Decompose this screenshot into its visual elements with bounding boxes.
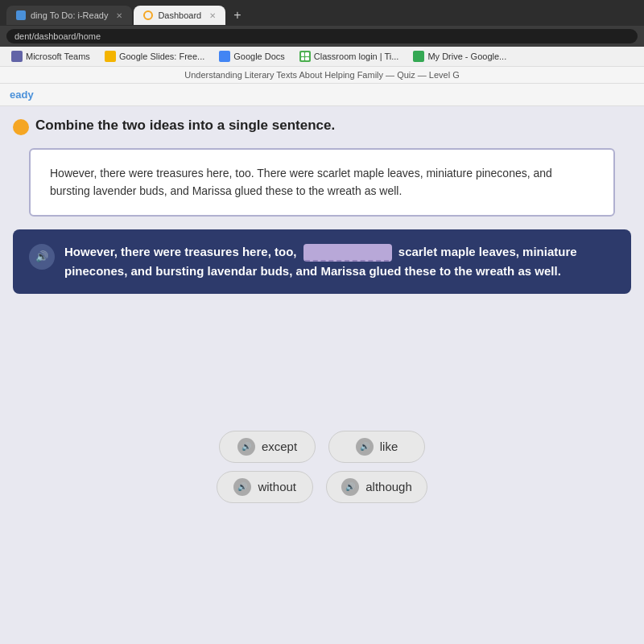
answer-speaker-button[interactable]: 🔊 <box>29 244 55 270</box>
choice-without-label: without <box>258 480 296 493</box>
question-header: Combine the two ideas into a single sent… <box>13 118 631 135</box>
quiz-title: Understanding Literary Texts About Helpi… <box>184 70 460 80</box>
choice-like[interactable]: 🔊 like <box>328 431 425 463</box>
although-speaker-icon: 🔊 <box>345 482 355 491</box>
question-indicator <box>13 119 29 135</box>
except-speaker: 🔊 <box>237 438 255 456</box>
choice-like-label: like <box>380 440 398 453</box>
tab-ready-label: ding To Do: i-Ready <box>31 10 108 20</box>
address-bar-row: dent/dashboard/home <box>0 26 644 47</box>
choice-except-label: except <box>262 440 297 453</box>
choice-without[interactable]: 🔊 without <box>217 471 313 503</box>
tab-dashboard-close[interactable]: ✕ <box>209 11 216 20</box>
answer-box: 🔊 However, there were treasures here, to… <box>13 229 631 294</box>
tab-icon-ready <box>16 10 26 20</box>
choice-except[interactable]: 🔊 except <box>219 431 316 463</box>
without-speaker: 🔊 <box>233 478 251 496</box>
address-text: dent/dashboard/home <box>14 31 101 41</box>
answer-prefix: However, there were treasures here, too, <box>64 245 296 258</box>
although-speaker: 🔊 <box>341 478 359 496</box>
bookmark-slides-label: Google Slides: Free... <box>119 52 204 61</box>
tab-dashboard-label: Dashboard <box>158 10 201 20</box>
tab-dashboard[interactable]: Dashboard ✕ <box>134 6 225 25</box>
tab-icon-dash <box>143 10 153 20</box>
speaker-icon: 🔊 <box>35 250 48 262</box>
bookmark-slides[interactable]: Google Slides: Free... <box>100 49 209 64</box>
tab-bar: ding To Do: i-Ready ✕ Dashboard ✕ + <box>0 0 644 26</box>
choice-although[interactable]: 🔊 although <box>326 471 427 503</box>
bookmark-classroom-label: Classroom login | Ti... <box>314 52 399 61</box>
tab-ready[interactable]: ding To Do: i-Ready ✕ <box>6 6 132 25</box>
new-tab-button[interactable]: + <box>227 5 247 26</box>
bookmark-teams[interactable]: Microsoft Teams <box>6 49 95 64</box>
like-speaker-icon: 🔊 <box>360 442 369 451</box>
like-speaker: 🔊 <box>356 438 374 456</box>
passage-text: However, there were treasures here, too.… <box>50 167 552 197</box>
slides-icon <box>105 51 116 62</box>
app-logo: eady <box>10 89 34 101</box>
passage-box: However, there were treasures here, too.… <box>29 148 615 217</box>
docs-icon <box>219 51 230 62</box>
app-subtitle: Understanding Literary Texts About Helpi… <box>0 67 644 84</box>
spacer <box>13 310 631 407</box>
without-speaker-icon: 🔊 <box>237 482 247 491</box>
choices-row-1: 🔊 except 🔊 like <box>219 431 425 463</box>
teams-icon <box>11 51 23 62</box>
bookmark-classroom[interactable]: Classroom login | Ti... <box>295 49 404 64</box>
choice-although-label: although <box>365 480 412 493</box>
question-text: Combine the two ideas into a single sent… <box>35 118 335 134</box>
app-title-row: eady <box>0 84 644 106</box>
tab-ready-close[interactable]: ✕ <box>116 11 122 20</box>
main-content: Combine the two ideas into a single sent… <box>0 106 644 418</box>
bookmark-docs-label: Google Docs <box>233 52 285 61</box>
choices-row-2: 🔊 without 🔊 although <box>217 471 427 503</box>
bookmark-drive-label: My Drive - Google... <box>427 52 506 61</box>
except-speaker-icon: 🔊 <box>242 442 251 451</box>
bookmarks-bar: Microsoft Teams Google Slides: Free... G… <box>0 47 644 67</box>
bookmark-docs[interactable]: Google Docs <box>214 49 290 64</box>
answer-text: However, there were treasures here, too,… <box>64 242 615 281</box>
address-bar[interactable]: dent/dashboard/home <box>6 29 638 43</box>
choices-area: 🔊 except 🔊 like 🔊 without 🔊 although <box>0 418 644 516</box>
browser-chrome: ding To Do: i-Ready ✕ Dashboard ✕ + dent… <box>0 0 644 67</box>
bookmark-teams-label: Microsoft Teams <box>26 52 90 61</box>
answer-blank[interactable] <box>303 244 392 262</box>
classroom-icon <box>299 51 311 62</box>
bookmark-drive[interactable]: My Drive - Google... <box>408 49 511 64</box>
drive-icon <box>413 51 424 62</box>
